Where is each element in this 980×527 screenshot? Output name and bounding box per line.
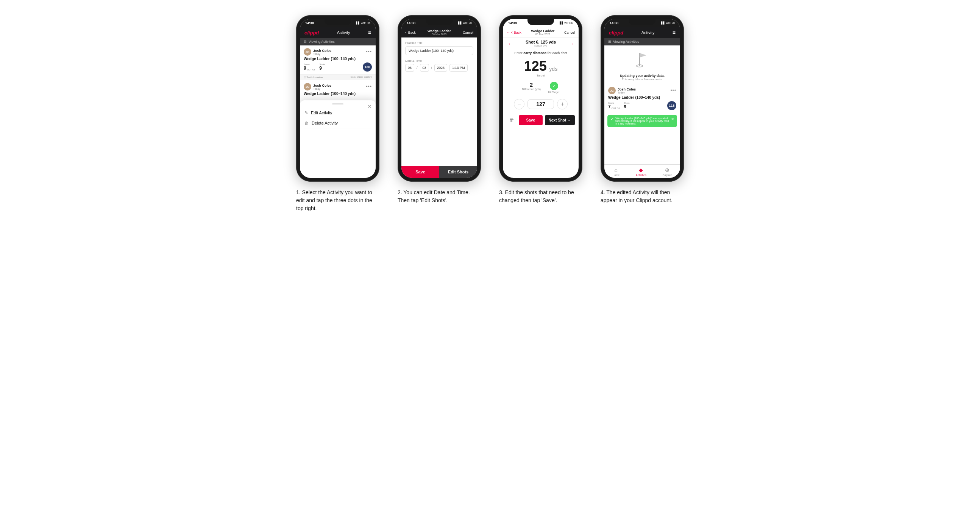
phone-2-column: 14:38 ▋▋ WiFi 38 < Back Wedge Ladder 06 … — [394, 15, 485, 205]
nav-activities[interactable]: ◆ Activities — [636, 167, 646, 176]
time-input[interactable]: 1:13 PM — [449, 64, 468, 71]
dots-menu-4[interactable]: ••• — [670, 88, 676, 93]
shot-instruction: Enter carry distance for each shot — [503, 49, 579, 56]
prev-shot-arrow[interactable]: ← — [508, 41, 514, 47]
activity-card-1[interactable]: JC Josh Coles Today ••• Wedge Ladder (10… — [300, 45, 375, 75]
p3-cancel-btn[interactable]: Cancel — [564, 31, 575, 35]
increment-button[interactable]: + — [557, 99, 568, 110]
viewing-text-1: Viewing Activities — [309, 40, 335, 44]
app-header-4: clippd Activity ≡ — [605, 27, 680, 38]
user-name-4: Josh Coles — [617, 87, 636, 91]
caption-3: 3. Edit the shots that need to be change… — [499, 189, 582, 205]
practice-label: Practice Title — [405, 41, 473, 44]
shots-block-4: Shots 9 — [624, 102, 629, 110]
viewing-text-4: Viewing Activities — [613, 40, 639, 44]
card-header-1: JC Josh Coles Today ••• — [304, 48, 372, 56]
shot-action-bar: 🗑 Save Next Shot → — [503, 113, 579, 128]
status-icons-3: ▋▋ WiFi 38 — [560, 22, 573, 25]
day-input[interactable]: 06 — [405, 64, 414, 71]
shots-value-4: 9 — [624, 104, 629, 110]
shot-nav: ← Shot 6, 125 yds Score 7/9 → — [503, 38, 579, 49]
edit-shots-button[interactable]: Edit Shots — [439, 166, 477, 178]
phone-3-screen: 14:39 ▋▋ WiFi 38 ← < Back Wedge Ladder 0… — [503, 19, 579, 178]
p2-back-btn[interactable]: < Back — [405, 31, 416, 35]
p3-subtitle: 06 Mar 2023 — [531, 33, 554, 36]
phone-4-notch — [629, 19, 655, 25]
save-button-2[interactable]: Save — [401, 166, 439, 178]
status-time-3: 14:39 — [508, 21, 517, 25]
nav-capture[interactable]: ⊕ Capture — [663, 167, 672, 176]
metrics-row: 2 Difference (yds) ✓ Hit Target — [503, 79, 579, 96]
score-value-1: 9 — [304, 65, 306, 71]
phone-3-notch — [528, 19, 554, 25]
big-distance-display: 125 yds — [503, 56, 579, 74]
p3-header: ← < Back Wedge Ladder 06 Mar 2023 Cancel — [503, 27, 579, 38]
activity-card-2[interactable]: JC Josh Coles Today ••• Wedge Ladder (10… — [300, 80, 375, 100]
info-left-1: ⓘ Test Information — [304, 76, 323, 79]
info-right-1: Data: Clippd Capture — [351, 76, 372, 79]
decrement-button[interactable]: − — [514, 99, 525, 110]
p2-cancel-btn[interactable]: Cancel — [463, 31, 473, 35]
spacer-4 — [605, 129, 680, 164]
next-shot-arrow[interactable]: → — [568, 41, 574, 47]
caption-4: 4. The edited Activity will then appear … — [601, 189, 684, 205]
sheet-delete-item[interactable]: 🗑 Delete Activity — [304, 118, 371, 129]
viewing-activities-bar-1[interactable]: ⊞ Viewing Activities — [300, 38, 375, 45]
activity-card-4[interactable]: JC Josh Coles Today ••• Wedge Ladder (10… — [605, 84, 680, 113]
distance-input[interactable]: 127 — [528, 99, 554, 109]
p2-subtitle: 06 Mar 2023 — [428, 33, 451, 36]
activity-title-4: Wedge Ladder (100–140 yds) — [608, 95, 676, 100]
app-logo-4: clippd — [609, 30, 623, 36]
dots-menu-2[interactable]: ••• — [366, 84, 372, 89]
out-of-1: OUT OF — [307, 68, 316, 71]
next-shot-button[interactable]: Next Shot → — [545, 115, 575, 125]
dots-menu-1[interactable]: ••• — [366, 49, 372, 54]
p3-back-btn[interactable]: ← < Back — [507, 31, 522, 35]
quality-badge-4: 118 — [667, 101, 676, 110]
app-title-1: Activity — [337, 30, 350, 35]
sheet-edit-item[interactable]: ✎ Edit Activity — [304, 108, 371, 118]
shots-block-1: Shots 9 — [319, 63, 325, 71]
activities-icon: ◆ — [639, 167, 643, 173]
activity-title-1: Wedge Ladder (100–140 yds) — [304, 57, 372, 61]
card-header-4: JC Josh Coles Today ••• — [608, 87, 676, 94]
nav-home[interactable]: ⌂ Home — [612, 167, 619, 176]
score-block-4: Score 7 OUT OF — [608, 102, 620, 110]
activity-title-2: Wedge Ladder (100–140 yds) — [304, 92, 372, 96]
delete-shot-button[interactable]: 🗑 — [507, 115, 517, 125]
hamburger-menu-1[interactable]: ≡ — [368, 30, 371, 36]
sheet-close-1[interactable]: ✕ — [368, 103, 372, 110]
toast-close-btn[interactable]: ✕ — [671, 117, 674, 121]
hit-target-label: Hit Target — [548, 91, 560, 94]
viewing-activities-bar-4[interactable]: ⊞ Viewing Activities — [605, 38, 680, 45]
phone-3-frame: 14:39 ▋▋ WiFi 38 ← < Back Wedge Ladder 0… — [499, 15, 582, 182]
app-title-4: Activity — [641, 30, 655, 35]
status-icons-1: ▋▋ WiFi 38 — [356, 22, 370, 25]
caption-2: 2. You can edit Date and Time. Then tap … — [398, 189, 481, 205]
practice-input[interactable]: Wedge Ladder (100–140 yds) — [405, 46, 473, 55]
toast-message: "Wedge Ladder (100–140 yds)" was updated… — [615, 117, 670, 125]
year-input[interactable]: 2023 — [434, 64, 447, 71]
user-time-2: Today — [313, 87, 331, 90]
avatar-2: JC — [304, 83, 311, 90]
capture-icon: ⊕ — [665, 167, 670, 173]
date-label: Date & Time — [405, 59, 473, 62]
bottom-nav-4: ⌂ Home ◆ Activities ⊕ Capture — [605, 164, 680, 178]
phone-4-screen: 14:38 ▋▋ WiFi 38 clippd Activity ≡ ⊞ Vie… — [605, 19, 680, 178]
status-time-2: 14:38 — [407, 21, 415, 25]
shot-nav-title: Shot 6, 125 yds — [526, 40, 556, 44]
nav-home-label: Home — [612, 174, 619, 176]
viewing-icon-4: ⊞ — [608, 40, 611, 44]
edit-icon-1: ✎ — [304, 110, 308, 115]
save-button-3[interactable]: Save — [519, 115, 542, 125]
scores-row-1: Score 9 OUT OF Shots 9 130 — [304, 62, 372, 71]
target-label: Target — [503, 74, 579, 77]
month-input[interactable]: 03 — [420, 64, 429, 71]
app-logo-1: clippd — [304, 30, 319, 36]
phone-3-column: 14:39 ▋▋ WiFi 38 ← < Back Wedge Ladder 0… — [495, 15, 586, 205]
sheet-delete-label: Delete Activity — [312, 121, 338, 125]
updating-sub: This may take a few moments. — [605, 78, 680, 81]
hamburger-menu-4[interactable]: ≡ — [673, 30, 676, 36]
app-header-1: clippd Activity ≡ — [300, 27, 375, 38]
caption-1: 1. Select the Activity you want to edit … — [296, 189, 379, 213]
